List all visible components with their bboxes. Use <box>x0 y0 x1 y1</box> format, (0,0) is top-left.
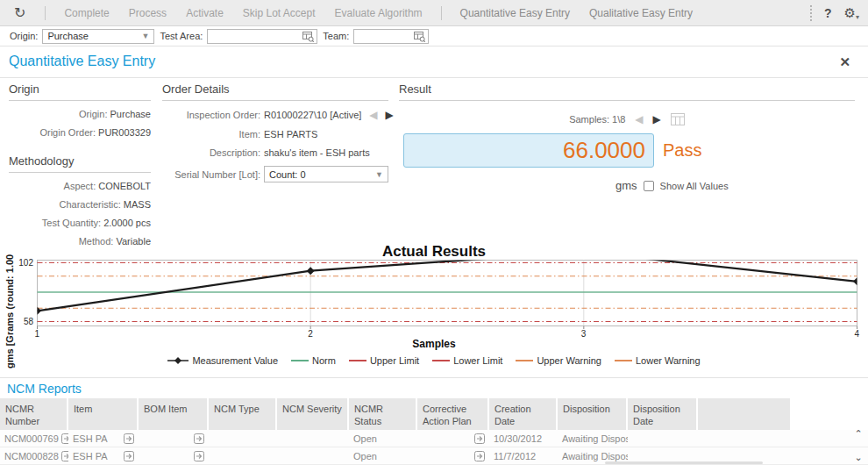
filter-bar: Origin: Purchase ▼ Test Area: Team: <box>0 26 868 46</box>
legend-item-lower-warning: Lower Warning <box>615 355 701 366</box>
toolbar-button-complete: Complete <box>54 7 118 19</box>
cell-text: ESH PA <box>73 433 108 444</box>
show-all-values-checkbox[interactable] <box>644 181 654 191</box>
divider <box>0 77 868 78</box>
origin-filter-label: Origin: <box>10 31 38 41</box>
refresh-icon[interactable]: ↻ <box>14 4 25 21</box>
table-cell-item: ESH PA <box>68 430 139 447</box>
result-section: Result Samples: 1\8 ◀ ▶ 66.0000 Pass gms… <box>399 82 855 192</box>
help-icon[interactable]: ? <box>824 6 832 20</box>
legend-label: Measurement Value <box>192 355 278 366</box>
column-header-item[interactable]: Item <box>68 398 139 430</box>
column-header-bom-item[interactable]: BOM Item <box>139 398 209 430</box>
legend-swatch <box>516 356 533 365</box>
divider <box>0 377 868 378</box>
order-details-section: Order Details Inspection Order: R0100022… <box>162 82 388 182</box>
value-help-icon[interactable] <box>414 31 425 42</box>
legend-label: Lower Warning <box>636 355 701 366</box>
open-detail-icon[interactable] <box>194 451 204 461</box>
chart-x-axis-label: Samples <box>0 338 868 350</box>
column-header-ncm-type[interactable]: NCM Type <box>209 398 277 430</box>
result-value-row: 66.0000 Pass <box>403 133 855 168</box>
cell-text: Open <box>353 451 377 461</box>
measurement-value-input[interactable]: 66.0000 <box>403 133 654 168</box>
table-cell-bom-item <box>139 430 209 447</box>
cell-text: Open <box>353 433 377 444</box>
characteristic-field: Characteristic: MASS <box>9 199 151 210</box>
chart-title: Actual Results <box>0 243 868 261</box>
samples-navigator: Samples: 1\8 ◀ ▶ <box>399 113 855 125</box>
next-order-icon[interactable]: ▶ <box>386 109 394 121</box>
ncm-reports-table: NCMR NumberItemBOM ItemNCM TypeNCM Sever… <box>0 398 868 465</box>
open-detail-icon[interactable] <box>124 451 134 461</box>
table-cell-ncmr-number: NCM000828 <box>0 447 68 464</box>
aspect-field: Aspect: CONEBOLT <box>9 181 151 191</box>
table-cell-ncmr-number: NCM000769 <box>0 430 68 447</box>
table-cell-corrective-action-plan <box>417 430 489 447</box>
methodology-section: Methodology Aspect: CONEBOLT Characteris… <box>9 154 151 247</box>
toolbar-button-quantitative-easy-entry[interactable]: Quantitative Easy Entry <box>451 7 580 19</box>
y-tick-label: 102 <box>12 258 33 268</box>
next-sample-icon[interactable]: ▶ <box>653 113 661 125</box>
column-header-ncmr-number[interactable]: NCMR Number <box>0 398 68 430</box>
inspection-order-field: Inspection Order: R01000227\10 [Active] … <box>162 109 388 121</box>
unit-label: gms <box>615 179 637 192</box>
table-cell-corrective-action-plan <box>417 447 489 464</box>
column-header-disposition[interactable]: Disposition <box>558 398 628 430</box>
toolbar-disabled-group: CompleteProcessActivateSkip Lot AcceptEv… <box>54 7 431 19</box>
test-quantity-field: Test Quantity: 2.0000 pcs <box>9 218 151 228</box>
gear-icon[interactable]: ⚙▾ <box>844 5 859 21</box>
chart-plot-area <box>37 260 857 330</box>
scroll-up-icon[interactable]: ⌃ <box>854 429 862 439</box>
origin-select[interactable]: Purchase ▼ <box>42 29 154 44</box>
cell-text: 10/30/2012 <box>494 433 542 444</box>
cell-text: Awaiting Dispositi <box>562 433 628 444</box>
table-cell-ncm-severity <box>277 430 349 447</box>
status-badge: Pass <box>663 140 701 161</box>
column-header-corrective-action-plan[interactable]: Corrective Action Plan <box>417 398 489 430</box>
legend-item-norm: Norm <box>291 355 336 366</box>
open-detail-icon[interactable] <box>124 433 134 444</box>
legend-swatch <box>349 356 366 365</box>
toolbar-button-qualitative-easy-entry[interactable]: Qualitative Easy Entry <box>580 7 702 19</box>
close-icon[interactable]: ✕ <box>839 54 850 70</box>
table-vertical-scrollbar[interactable]: ⌃ ⌄ <box>851 429 865 462</box>
x-tick-label: 1 <box>35 329 40 339</box>
column-header-creation-date[interactable]: Creation Date <box>489 398 558 430</box>
table-cell-ncmr-status: Open <box>349 430 417 447</box>
chart-legend: Measurement ValueNormUpper LimitLower Li… <box>0 355 868 366</box>
page-title: Quantitative Easy Entry <box>9 54 155 69</box>
table-cell-ncmr-status: Open <box>349 447 417 464</box>
serial-number-select[interactable]: Count: 0 ▼ <box>264 166 388 182</box>
test-area-label: Test Area: <box>160 31 203 41</box>
column-header-ncm-severity[interactable]: NCM Severity <box>277 398 349 430</box>
team-input[interactable] <box>353 29 429 44</box>
value-help-icon[interactable] <box>302 31 314 42</box>
legend-swatch <box>167 356 189 365</box>
open-detail-icon[interactable] <box>61 433 68 444</box>
scroll-down-icon[interactable]: ⌄ <box>854 453 862 462</box>
show-all-values-label: Show All Values <box>660 181 729 191</box>
open-detail-icon[interactable] <box>61 451 68 461</box>
table-row[interactable]: NCM000769ESH PAOpen10/30/2012Awaiting Di… <box>0 430 868 447</box>
legend-label: Upper Warning <box>537 355 601 366</box>
app-window: ↻ CompleteProcessActivateSkip Lot Accept… <box>0 0 868 465</box>
legend-label: Lower Limit <box>453 355 502 366</box>
table-cell-creation-date: 11/7/2012 <box>489 447 558 464</box>
x-tick-label: 3 <box>581 329 587 339</box>
open-detail-icon[interactable] <box>474 433 485 444</box>
table-cell-disposition-date <box>628 430 698 447</box>
y-tick-label: 58 <box>12 317 33 326</box>
cell-text: Awaiting Dispositi <box>562 451 628 461</box>
legend-item-upper-warning: Upper Warning <box>516 355 601 366</box>
toolbar-separator <box>45 6 46 20</box>
open-detail-icon[interactable] <box>194 433 204 444</box>
result-section-title: Result <box>399 82 855 101</box>
order-details-title: Order Details <box>162 82 388 101</box>
column-header-disposition-date[interactable]: Disposition Date <box>628 398 698 430</box>
table-horizontal-scrollbar[interactable] <box>605 461 763 464</box>
test-area-input[interactable] <box>207 29 317 44</box>
methodology-section-title: Methodology <box>9 154 151 173</box>
column-header-ncmr-status[interactable]: NCMR Status <box>349 398 417 430</box>
open-detail-icon[interactable] <box>474 451 485 461</box>
